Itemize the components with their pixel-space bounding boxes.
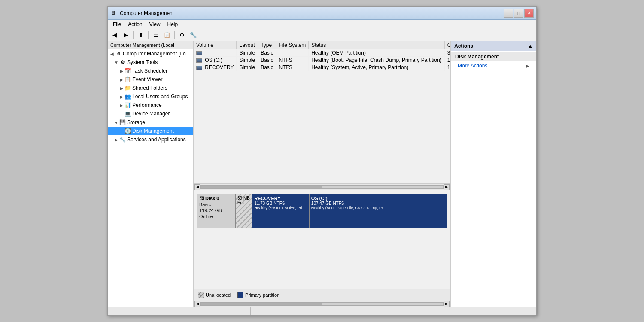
cell-fs-0 [276,49,309,57]
col-capacity[interactable]: Capacity [444,41,450,49]
disk-status: Online [199,214,234,219]
cell-type-2: Basic [258,64,276,71]
tree-label-perf: Performance [132,102,162,108]
tree-toggle-dm [119,112,124,116]
cell-status-2: Healthy (System, Active, Primary Partiti… [309,64,444,71]
tree-label-stor: Storage [127,119,145,125]
minimize-button[interactable]: — [504,9,513,18]
cell-type-0: Basic [258,49,276,57]
partition-os[interactable]: OS (C:) 107.47 GB NTFS Healthy (Boot, Pa… [310,194,447,228]
title-left: 🖥 Computer Management [110,10,174,17]
cell-volume-1: OS (C:) [194,57,237,64]
event-viewer-icon: 📋 [124,76,131,83]
scrollbar-track[interactable] [200,185,444,189]
legend-box-unallocated [198,292,204,298]
tree-toggle-lu[interactable]: ▶ [119,94,124,99]
table-row[interactable]: Simple Basic Healthy (OEM Partition) 39 … [194,49,450,57]
tree-item-device-manager[interactable]: 💻 Device Manager [108,109,193,118]
tree-item-local-users[interactable]: ▶ 👥 Local Users and Groups [108,92,193,101]
tree-toggle-st[interactable]: ▼ [114,60,119,65]
tree-toggle-stor[interactable]: ▼ [114,120,119,125]
toolbar-separator-3 [174,31,175,39]
cell-volume-2: RECOVERY [194,64,237,71]
tree-label-sf: Shared Folders [132,85,167,91]
tree-toggle-ev[interactable]: ▶ [119,77,124,82]
tree-item-disk-management[interactable]: 💽 Disk Management [108,127,193,135]
toolbar-separator-1 [133,31,134,39]
tree-item-event-viewer[interactable]: ▶ 📋 Event Viewer [108,75,193,84]
scroll-left-arrow[interactable]: ◀ [194,184,200,190]
show-hide-button[interactable]: ☰ [151,30,161,40]
device-manager-icon: 💻 [124,110,131,117]
bottom-scrollbar-thumb[interactable] [201,303,322,305]
menu-file[interactable]: File [109,21,125,28]
actions-section-disk-management: Disk Management More Actions ▶ [451,51,536,71]
partition-recovery-status: Healthy (System, Active, Primar) [254,206,307,210]
table-scrollbar[interactable]: ◀ ▶ [194,184,450,190]
scrollbar-thumb[interactable] [201,186,322,188]
col-filesystem[interactable]: File System [276,41,309,49]
tree-toggle-sa[interactable]: ▶ [114,137,119,142]
forward-button[interactable]: ▶ [121,30,131,40]
tree-item-task-scheduler[interactable]: ▶ 📅 Task Scheduler [108,67,193,75]
partition-oem[interactable]: 39 MB Healthy (O... [236,194,252,228]
system-tools-icon: ⚙ [119,59,126,66]
bottom-scrollbar-track[interactable] [200,302,444,306]
bottom-scroll-right[interactable]: ▶ [444,301,450,307]
tree-toggle-dsk [119,129,124,134]
tree-item-computer-management[interactable]: ◀ 🖥 Computer Management (Lo... [108,49,193,58]
tree-toggle-sf[interactable]: ▶ [119,86,124,91]
maximize-button[interactable]: □ [514,9,523,18]
col-layout[interactable]: Layout [237,41,258,49]
cell-capacity-2: 11.73 GB [444,64,450,71]
bottom-scroll-left[interactable]: ◀ [194,301,200,307]
settings-button[interactable]: ⚙ [177,30,187,40]
help-button[interactable]: 🔧 [188,30,198,40]
partition-oem-status: Healthy (O... [237,200,250,205]
menu-view[interactable]: View [146,21,164,28]
tree-item-shared-folders[interactable]: ▶ 📁 Shared Folders [108,84,193,92]
more-actions-arrow: ▶ [526,64,529,68]
disk-name: 🖫 Disk 0 [199,196,234,201]
tree-toggle-ts[interactable]: ▶ [119,69,124,73]
cell-layout-1: Simple [237,57,258,64]
disk-partitions: 39 MB Healthy (O... RECOVERY 11.73 GB NT… [236,194,447,228]
bottom-scrollbar[interactable]: ◀ ▶ [194,301,450,307]
menu-action[interactable]: Action [125,21,146,28]
menu-help[interactable]: Help [164,21,182,28]
close-button[interactable]: ✕ [524,9,534,18]
tree-header: Computer Management (Local [108,41,193,49]
col-status[interactable]: Status [309,41,444,49]
tree-toggle-perf[interactable]: ▶ [119,103,124,108]
window-title: Computer Management [120,10,174,16]
partition-recovery[interactable]: RECOVERY 11.73 GB NTFS Healthy (System, … [252,194,310,228]
shared-folders-icon: 📁 [124,85,131,91]
tree-item-services-apps[interactable]: ▶ 🔧 Services and Applications [108,135,193,144]
tree-toggle-cm[interactable]: ◀ [109,52,115,56]
table-row[interactable]: RECOVERY Simple Basic NTFS Healthy (Syst… [194,64,450,71]
window-icon: 🖥 [110,10,117,17]
scroll-right-arrow[interactable]: ▶ [444,184,450,190]
col-volume[interactable]: Volume [194,41,237,49]
legend-unallocated: Unallocated [198,292,231,298]
status-segment-3 [393,307,536,315]
more-actions-link[interactable]: More Actions ▶ [451,61,536,70]
tree-item-system-tools[interactable]: ▼ ⚙ System Tools [108,58,193,67]
back-button[interactable]: ◀ [109,30,120,40]
actions-collapse-icon[interactable]: ▲ [528,43,533,49]
tree-label-dm: Device Manager [132,111,170,117]
storage-icon: 💾 [119,119,126,126]
table-row[interactable]: OS (C:) Simple Basic NTFS Healthy (Boot,… [194,57,450,64]
properties-button[interactable]: 📋 [162,30,172,40]
partition-oem-size: 39 MB [237,196,250,200]
partition-os-status: Healthy (Boot, Page File, Crash Dump, Pr [311,206,445,210]
tree-item-performance[interactable]: ▶ 📊 Performance [108,101,193,109]
disk-type: Basic [199,202,234,207]
tree-panel: Computer Management (Local ◀ 🖥 Computer … [108,41,194,307]
col-type[interactable]: Type [258,41,276,49]
up-button[interactable]: ⬆ [136,30,146,40]
tree-item-storage[interactable]: ▼ 💾 Storage [108,118,193,127]
legend-box-primary [237,292,243,298]
legend-label-unallocated: Unallocated [206,292,231,298]
menu-bar: File Action View Help [108,20,536,29]
